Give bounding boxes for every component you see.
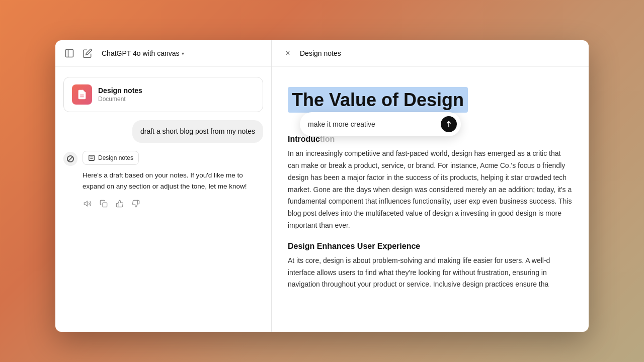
document-info: Design notes Document xyxy=(98,86,142,103)
article-title: The Value of Design xyxy=(288,87,468,113)
article-intro-section: Introduction In an increasingly competit… xyxy=(288,135,573,232)
send-button[interactable] xyxy=(441,116,457,132)
floating-input-text[interactable]: make it more creative xyxy=(308,120,437,128)
user-message: draft a short blog post from my notes xyxy=(132,120,263,143)
canvas-title: Design notes xyxy=(300,49,341,57)
assistant-text: Here's a draft based on your notes. If y… xyxy=(83,170,263,192)
article-section2: Design Enhances User Experience At its c… xyxy=(288,242,573,291)
floating-input-container: make it more creative xyxy=(300,112,461,136)
assistant-response-row: Design notes Here's a draft based on you… xyxy=(63,151,263,209)
svg-marker-8 xyxy=(84,202,87,206)
svg-rect-0 xyxy=(66,50,73,57)
floating-input-box: make it more creative xyxy=(300,112,461,136)
speaker-button[interactable] xyxy=(83,199,93,209)
svg-rect-5 xyxy=(89,155,95,161)
canvas-content: make it more creative The Value of Desig… xyxy=(272,67,589,332)
chat-panel: ChatGPT 4o with canvas ▾ Design notes xyxy=(55,40,272,332)
copy-button[interactable] xyxy=(99,199,109,209)
section2-heading: Design Enhances User Experience xyxy=(288,242,573,251)
svg-rect-9 xyxy=(103,203,107,207)
model-selector[interactable]: ChatGPT 4o with canvas ▾ xyxy=(102,49,184,57)
model-name: ChatGPT 4o with canvas xyxy=(102,49,180,57)
chat-content: Design notes Document draft a short blog… xyxy=(55,67,271,332)
action-buttons xyxy=(83,199,263,209)
app-window: ChatGPT 4o with canvas ▾ Design notes xyxy=(55,40,589,332)
assistant-content: Design notes Here's a draft based on you… xyxy=(83,151,263,209)
section2-text: At its core, design is about problem-sol… xyxy=(288,255,573,291)
new-chat-button[interactable] xyxy=(82,47,94,59)
thumbs-up-button[interactable] xyxy=(115,199,125,209)
chat-header: ChatGPT 4o with canvas ▾ xyxy=(55,40,271,67)
document-icon xyxy=(72,84,92,105)
canvas-header: × Design notes xyxy=(272,40,589,67)
pill-label: Design notes xyxy=(98,154,133,161)
chevron-down-icon: ▾ xyxy=(182,51,184,56)
design-notes-pill[interactable]: Design notes xyxy=(83,151,139,165)
assistant-avatar xyxy=(63,152,77,166)
document-title: Design notes xyxy=(98,86,142,95)
document-card[interactable]: Design notes Document xyxy=(63,77,263,112)
close-canvas-button[interactable]: × xyxy=(282,47,294,59)
canvas-panel: × Design notes make it more creative The xyxy=(272,40,589,332)
intro-text: In an increasingly competitive and fast-… xyxy=(288,148,573,232)
document-type: Document xyxy=(98,96,142,103)
thumbs-down-button[interactable] xyxy=(131,199,141,209)
sidebar-toggle-button[interactable] xyxy=(63,47,75,59)
